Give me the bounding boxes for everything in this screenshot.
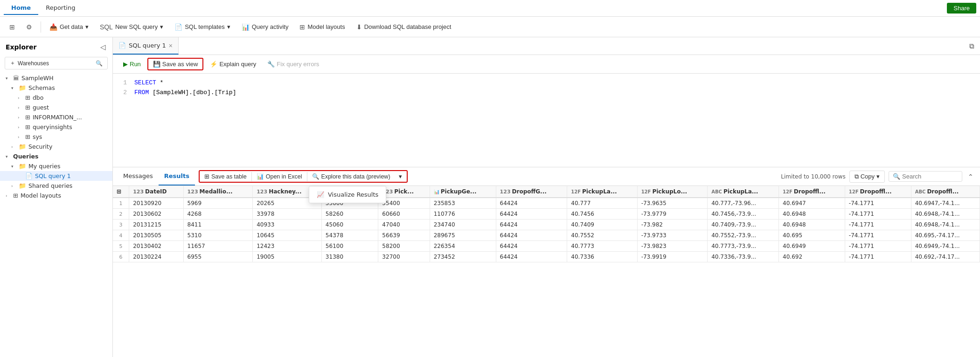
tab-reporting[interactable]: Reporting bbox=[38, 1, 83, 15]
sql-templates-button[interactable]: 📄 SQL templates ▾ bbox=[170, 21, 235, 33]
chevron-down-icon: ▾ bbox=[399, 173, 402, 180]
sidebar-item-schemas[interactable]: ▾ 📁 Schemas bbox=[0, 83, 112, 93]
search-input[interactable] bbox=[902, 173, 958, 180]
col-header-dropoffl2[interactable]: 12FDropoffl... bbox=[845, 186, 911, 198]
sidebar-item-model-layouts[interactable]: › ⊞ Model layouts bbox=[0, 191, 112, 200]
table-cell: 54378 bbox=[321, 230, 378, 241]
sidebar-item-guest[interactable]: › ⊞ guest bbox=[0, 103, 112, 112]
main-toolbar: ⊞ ⚙ 📥 Get data ▾ SQL New SQL query ▾ 📄 S… bbox=[0, 17, 980, 37]
sidebar-item-sql-query-1[interactable]: 📄 SQL query 1 bbox=[0, 171, 112, 181]
table-cell: 64424 bbox=[496, 252, 567, 262]
toolbar-settings-btn[interactable]: ⚙ bbox=[21, 21, 37, 33]
save-icon: 💾 bbox=[153, 61, 160, 68]
sidebar-item-information[interactable]: › ⊞ INFORMATION_... bbox=[0, 112, 112, 122]
table-cell: -74.1771 bbox=[845, 220, 911, 230]
row-number: 5 bbox=[113, 241, 129, 252]
table-cell: 235853 bbox=[430, 198, 496, 209]
sidebar-item-security[interactable]: › 📁 Security bbox=[0, 142, 112, 151]
folder-icon: 📁 bbox=[19, 143, 26, 150]
col-header-dropoffl1[interactable]: 12FDropoffl... bbox=[779, 186, 845, 198]
col-header-pickuplo[interactable]: 12FPickupLo... bbox=[637, 186, 708, 198]
col-header-pickupla2[interactable]: ABCPickupLa... bbox=[708, 186, 779, 198]
copy-chevron: ▾ bbox=[876, 173, 880, 180]
download-project-button[interactable]: ⬇ Download SQL database project bbox=[352, 21, 456, 33]
fix-icon: 🔧 bbox=[267, 61, 275, 68]
table-cell: 56639 bbox=[378, 230, 430, 241]
sidebar-item-dbo[interactable]: › ⊞ dbo bbox=[0, 93, 112, 103]
visualize-results-item[interactable]: 📈 Visualize Results bbox=[309, 188, 386, 201]
copy-button[interactable]: ⧉ Copy ▾ bbox=[849, 171, 885, 183]
get-data-chevron: ▾ bbox=[85, 23, 89, 30]
col-header-dropoffl3[interactable]: ABCDropoffl... bbox=[911, 186, 980, 198]
new-sql-query-button[interactable]: SQL New SQL query ▾ bbox=[95, 21, 168, 33]
tab-messages[interactable]: Messages bbox=[118, 167, 159, 185]
more-options-button[interactable]: ▾ bbox=[395, 172, 406, 181]
add-warehouse-button[interactable]: ＋ Warehouses 🔍 bbox=[5, 57, 108, 69]
table-cell: 40.6949 bbox=[779, 241, 845, 252]
close-tab-button[interactable]: × bbox=[169, 42, 173, 49]
sidebar-item-queries[interactable]: ▾ Queries bbox=[0, 151, 112, 161]
sidebar-item-queryinsights[interactable]: › ⊞ queryinsights bbox=[0, 122, 112, 132]
table-cell: 40.695 bbox=[779, 230, 845, 241]
table-cell: 10645 bbox=[253, 230, 322, 241]
save-as-view-button[interactable]: 💾 Save as view bbox=[147, 58, 204, 70]
query-activity-button[interactable]: 📊 Query activity bbox=[237, 21, 293, 33]
table-cell: 40.7409 bbox=[567, 220, 637, 230]
table-row: 4201305055310106455437856639289675644244… bbox=[113, 230, 980, 241]
col-header-medallio[interactable]: 123Medallio... bbox=[183, 186, 253, 198]
table-cell: 40.7456,-73.9... bbox=[708, 209, 779, 220]
model-layouts-button[interactable]: ⊞ Model layouts bbox=[295, 21, 349, 33]
get-data-button[interactable]: 📥 Get data ▾ bbox=[45, 21, 93, 33]
tab-home[interactable]: Home bbox=[4, 1, 38, 15]
excel-icon: 📊 bbox=[257, 173, 264, 180]
table-cell: 40.6948,-74.1... bbox=[911, 220, 980, 230]
table-cell: -74.1771 bbox=[845, 198, 911, 209]
toolbar-home-icon-btn[interactable]: ⊞ bbox=[5, 21, 20, 33]
table-cell: -73.9823 bbox=[637, 241, 708, 252]
sidebar-item-my-queries[interactable]: ▾ 📁 My queries bbox=[0, 161, 112, 171]
sidebar-item-sys[interactable]: › ⊞ sys bbox=[0, 132, 112, 142]
sql-editor[interactable]: 1 SELECT * 2 FROM [SampleWH].[dbo].[Trip… bbox=[113, 74, 980, 167]
sidebar-item-shared-queries[interactable]: › 📁 Shared queries bbox=[0, 181, 112, 191]
table-grid-icon: ⊞ bbox=[117, 188, 121, 195]
chevron-right-icon: › bbox=[18, 96, 24, 100]
visualize-dropdown: 📈 Visualize Results bbox=[309, 186, 386, 203]
sidebar-item-samplewh[interactable]: ▾ 🏛 SampleWH bbox=[0, 73, 112, 83]
model-icon: ⊞ bbox=[299, 23, 305, 31]
table-cell: 5969 bbox=[183, 198, 253, 209]
data-table-wrapper[interactable]: ⊞ 123DateID 123Medallio... 123Hackney... bbox=[113, 186, 980, 357]
divider-1 bbox=[41, 21, 41, 33]
query-tab-1[interactable]: 📄 SQL query 1 × bbox=[113, 37, 179, 55]
table-cell: 5310 bbox=[183, 230, 253, 241]
add-icon: ＋ bbox=[10, 59, 15, 67]
chevron-right-icon: › bbox=[6, 193, 12, 198]
fix-errors-button[interactable]: 🔧 Fix query errors bbox=[263, 59, 324, 69]
schema-icon: ⊞ bbox=[25, 124, 30, 130]
open-excel-button[interactable]: 📊 Open in Excel bbox=[253, 172, 306, 181]
col-header-pickupla[interactable]: 12FPickupLa... bbox=[567, 186, 637, 198]
save-as-table-button[interactable]: ⊞ Save as table bbox=[201, 172, 250, 181]
chevron-right-icon: › bbox=[18, 125, 24, 130]
sidebar-tree: ▾ 🏛 SampleWH ▾ 📁 Schemas › ⊞ dbo › ⊞ gue… bbox=[0, 73, 112, 357]
chevron-right-icon: › bbox=[18, 105, 24, 110]
chevron-right-icon: › bbox=[18, 135, 24, 139]
col-header-pickupgeo[interactable]: 📊PickupGe... bbox=[430, 186, 496, 198]
run-button[interactable]: ▶ Run bbox=[118, 59, 146, 69]
tab-results[interactable]: Results bbox=[159, 167, 195, 185]
row-limit-label: Limited to 10,000 rows bbox=[781, 173, 845, 180]
explain-query-button[interactable]: ⚡ Explain query bbox=[205, 59, 261, 69]
gear-icon: ⚙ bbox=[26, 23, 32, 31]
explore-data-button[interactable]: 🔍 Explore this data (preview) bbox=[308, 172, 394, 181]
table-cell: 64424 bbox=[496, 230, 567, 241]
new-sql-chevron: ▾ bbox=[160, 23, 163, 30]
col-header-dropoffg[interactable]: 123DropoffG... bbox=[496, 186, 567, 198]
collapse-sidebar-button[interactable]: ◁ bbox=[99, 42, 107, 52]
table-cell: 40.7552 bbox=[567, 230, 637, 241]
collapse-results-button[interactable]: ⌃ bbox=[966, 171, 975, 182]
run-icon: ▶ bbox=[123, 61, 128, 68]
share-button[interactable]: Share bbox=[947, 3, 976, 14]
sql-tab-icon: 📄 bbox=[118, 42, 126, 49]
col-header-dateid[interactable]: 123DateID bbox=[129, 186, 183, 198]
copy-tab-icon-btn[interactable]: ⧉ bbox=[967, 40, 976, 52]
search-box: 🔍 bbox=[889, 171, 962, 182]
